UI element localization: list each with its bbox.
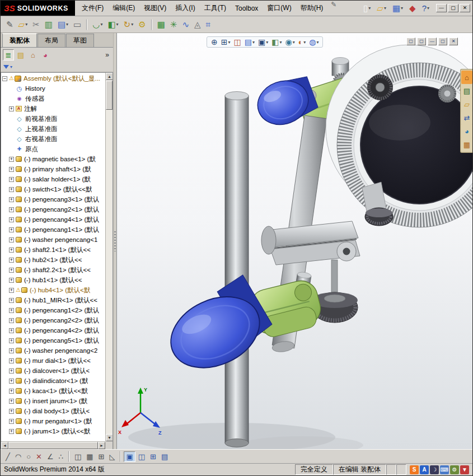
panel-splitter[interactable]: [113, 33, 117, 449]
expander-icon[interactable]: [9, 248, 14, 253]
tree-horizontal-scrollbar[interactable]: ◄ ►: [1, 441, 105, 449]
expander-icon[interactable]: [9, 368, 14, 374]
expander-icon[interactable]: [9, 298, 14, 303]
expander-icon[interactable]: [9, 328, 14, 333]
doc-window-restore-icon[interactable]: ▢: [406, 38, 415, 45]
expander-icon[interactable]: [9, 358, 14, 363]
open-icon[interactable]: ▱▾: [374, 2, 388, 14]
expander-icon[interactable]: [9, 227, 14, 232]
tree-item[interactable]: ⚠ 注解: [2, 104, 105, 114]
viewport-two-icon[interactable]: ◫: [136, 451, 147, 462]
tree-item[interactable]: ⚠ (-) saklar holder<1> (默: [2, 174, 105, 184]
expander-icon[interactable]: [9, 308, 14, 313]
custom-properties-icon[interactable]: ▦: [461, 138, 472, 151]
graphics-viewport[interactable]: Y X Z ⊕⊞▾◫▤▾▣▾◧▾◉▾◐▾◍▾ ▢▢—▢✕ ⌂▤▱⇄◕▦: [117, 33, 472, 449]
tree-item[interactable]: ⚠ (-) pengencang2<2> (默认: [2, 315, 105, 325]
scrollbar-thumb[interactable]: [106, 81, 113, 110]
tree-item[interactable]: ⚠ 右视基准面: [2, 134, 105, 144]
expander-icon[interactable]: [9, 217, 14, 222]
task-pane-toggle-icon[interactable]: ▤: [159, 451, 170, 462]
mate-icon[interactable]: ◡▾: [90, 18, 105, 30]
viewport-four-icon[interactable]: ⊞: [148, 451, 158, 462]
expander-icon[interactable]: [9, 338, 14, 343]
expander-icon[interactable]: [9, 197, 14, 202]
tree-item[interactable]: ⚠ 前视基准面: [2, 114, 105, 124]
assembly-features-icon[interactable]: ⚙: [136, 18, 148, 30]
tree-item[interactable]: ⚠ (-) pengencang1<2> (默认: [2, 305, 105, 315]
tree-item[interactable]: ⚠ (-) pengencang2<1> (默认: [2, 204, 105, 214]
pin-toolbar-icon[interactable]: ✎: [4, 18, 16, 30]
menu-item[interactable]: 文件(F): [77, 2, 108, 15]
file-explorer-icon[interactable]: ▱: [461, 97, 472, 111]
expander-icon[interactable]: [9, 157, 14, 162]
tree-item[interactable]: ⚠ (-) magnetic base<1> (默: [2, 154, 105, 164]
tree-item[interactable]: ⚠ (-) dial body<1> (默认<: [2, 406, 105, 416]
exploded-view-icon[interactable]: ✳: [168, 18, 180, 30]
tree-root-assembly[interactable]: ⚠ Assembly (默认<默认_显...: [2, 73, 105, 83]
linear-pattern-icon[interactable]: ⊞: [96, 451, 106, 462]
tree-item[interactable]: ⚠ 上视基准面: [2, 124, 105, 134]
configurationmanager-icon[interactable]: ⌂: [27, 49, 39, 60]
design-library-icon[interactable]: ▤: [461, 84, 472, 97]
annotation-visibility-icon[interactable]: ▤▾: [243, 38, 256, 46]
new-document-icon[interactable]: ▯▾: [361, 2, 373, 14]
filter-dropdown-icon[interactable]: ▾: [10, 64, 12, 69]
interference-check-icon[interactable]: ◬: [192, 18, 203, 30]
evaluate-icon[interactable]: ⌗: [204, 18, 213, 30]
tree-item[interactable]: ⚠ (-) mur dial<1> (默认<<: [2, 356, 105, 366]
view-orientation-icon[interactable]: ▣▾: [257, 38, 269, 46]
expander-icon[interactable]: [9, 268, 14, 273]
display-style-icon[interactable]: ◧▾: [270, 38, 283, 46]
viewport-single-icon[interactable]: ▣: [124, 451, 135, 462]
menu-item[interactable]: Toolbox: [231, 3, 263, 14]
menu-item[interactable]: 编辑(E): [108, 2, 139, 15]
tree-item[interactable]: ⚠ (-) hub1<1> (默认<<: [2, 275, 105, 285]
tree-item[interactable]: ⚠ 传感器: [2, 94, 105, 104]
tree-item[interactable]: ⚠ (-) pengencang5<1> (默认: [2, 335, 105, 346]
filter-funnel-icon[interactable]: [3, 65, 9, 69]
tree-item[interactable]: ⚠ (-) primary shaft<1> (默: [2, 164, 105, 174]
menu-item[interactable]: 帮助(H): [296, 2, 328, 15]
doc-window-cascade-icon[interactable]: ▢: [417, 38, 426, 45]
expander-icon[interactable]: [9, 389, 14, 394]
panel-flyout-chevron[interactable]: »: [104, 51, 111, 59]
hide-show-items-icon[interactable]: ◉▾: [284, 38, 296, 46]
scroll-right-icon[interactable]: ►: [98, 442, 105, 449]
menu-item[interactable]: 视图(V): [139, 2, 171, 15]
insert-component-icon[interactable]: ◧▾: [105, 18, 120, 30]
spline-curve-icon[interactable]: ∿: [180, 18, 191, 30]
sogou-ime-icon[interactable]: S: [410, 465, 419, 474]
menu-item[interactable]: 窗口(W): [263, 2, 296, 15]
expander-icon[interactable]: [9, 419, 14, 424]
zoom-area-icon[interactable]: ⊞▾: [220, 38, 232, 46]
tree-item[interactable]: ⚠ (-) dialindicator<1> (默: [2, 376, 105, 386]
home-icon[interactable]: ⌂: [461, 71, 472, 84]
expander-icon[interactable]: [9, 177, 14, 182]
displaymanager-icon[interactable]: ◕: [40, 49, 51, 60]
mirror-entities-icon[interactable]: ◫: [72, 451, 83, 462]
convert-entities-icon[interactable]: ◺: [107, 451, 117, 462]
tree-item[interactable]: ⚠ (-) shaft2.1<1> (默认<<: [2, 245, 105, 255]
design-table-icon[interactable]: ▥: [43, 18, 55, 30]
expander-icon[interactable]: [9, 106, 14, 111]
measure-icon[interactable]: ▤▾: [55, 18, 71, 30]
expander-icon[interactable]: [9, 288, 14, 293]
menu-pin-icon[interactable]: ✎: [329, 1, 339, 16]
toolbar-icon[interactable]: [151, 19, 152, 30]
tree-item[interactable]: ⚠ (-) jarum<1> (默认<<默: [2, 426, 105, 436]
featuremanager-tree-icon[interactable]: ≣: [3, 49, 14, 60]
sketch-point-icon[interactable]: ∴: [57, 451, 65, 462]
tree-item[interactable]: ⚠ (-) kaca<1> (默认<<默: [2, 386, 105, 396]
tray-pin-icon[interactable]: ▼: [460, 465, 469, 474]
toolbar-icon[interactable]: [120, 451, 121, 462]
toolbar-icon[interactable]: [68, 451, 69, 462]
expander-icon[interactable]: [9, 237, 14, 242]
propertymanager-icon[interactable]: ▤: [15, 49, 26, 60]
open-recent-icon[interactable]: ▱▾: [16, 18, 30, 30]
tree-item[interactable]: ⚠ (-) hub2<1> (默认<<: [2, 255, 105, 265]
tray-settings-icon[interactable]: ⚙: [450, 465, 459, 474]
expander-icon[interactable]: [9, 187, 14, 192]
tree-vertical-scrollbar[interactable]: ▲ ▼: [105, 73, 113, 441]
menu-item[interactable]: 插入(I): [171, 2, 199, 15]
scroll-left-icon[interactable]: ◄: [1, 442, 8, 449]
